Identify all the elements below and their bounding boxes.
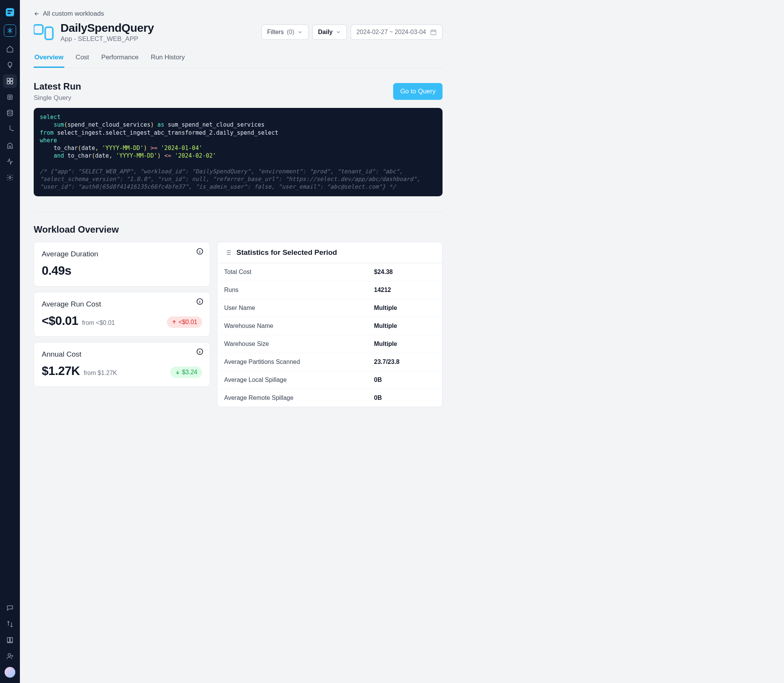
book-icon[interactable] [3,633,17,647]
tabs: Overview Cost Performance Run History [34,50,443,68]
database-icon[interactable] [3,106,17,120]
metric-delta-up: <$0.01 [167,316,202,328]
info-icon[interactable] [196,298,204,305]
sql-token: 'YYYY-MM-DD' [116,152,157,159]
info-icon[interactable] [196,348,204,355]
stats-value: Multiple [374,341,435,347]
svg-rect-4 [10,78,13,81]
pie-chart-icon[interactable] [3,122,17,136]
building-icon[interactable] [3,139,17,152]
latest-run-title: Latest Run [34,81,81,92]
stats-label: Warehouse Size [224,341,269,347]
tab-performance[interactable]: Performance [101,50,139,68]
stats-row: Warehouse NameMultiple [217,317,442,335]
sql-token: select [40,114,60,121]
svg-rect-0 [6,8,14,16]
sql-token: '2024-02-02' [175,152,216,159]
svg-rect-14 [431,30,436,35]
svg-rect-6 [10,82,13,84]
date-range-picker[interactable]: 2024-02-27 ~ 2024-03-04 [351,24,443,40]
svg-rect-13 [45,27,53,39]
app-logo [3,5,17,19]
tab-cost[interactable]: Cost [75,50,90,68]
svg-rect-3 [7,78,10,81]
lightbulb-icon[interactable] [3,58,17,72]
go-to-query-button[interactable]: Go to Query [393,83,443,100]
svg-rect-2 [8,13,11,14]
sql-token: sum [54,121,64,128]
transfer-icon[interactable] [3,617,17,631]
stats-value: $24.38 [374,269,435,275]
latest-run-section: Latest Run Single Query Go to Query sele… [34,81,443,196]
stats-header: Statistics for Selected Period [217,242,442,263]
arrow-down-icon [175,370,180,375]
page-header: DailySpendQuery App - SELECT_WEB_APP Fil… [34,21,443,43]
stats-value: 14212 [374,287,435,293]
sql-token: and [54,152,64,159]
sql-token: '2024-01-04' [161,145,202,152]
metric-value: 0.49s [42,264,71,278]
stats-row: Runs14212 [217,281,442,299]
gear-icon[interactable] [3,171,17,184]
tab-run-history[interactable]: Run History [150,50,186,68]
sql-token: date [95,152,109,159]
chat-icon[interactable] [3,601,17,615]
snowflake-icon[interactable] [4,24,16,37]
svg-rect-12 [34,25,43,34]
avatar[interactable] [5,667,15,678]
arrow-up-icon [172,319,177,325]
metric-from: from $1.27K [84,370,117,377]
page-subtitle: App - SELECT_WEB_APP [60,35,154,43]
stats-label: Total Cost [224,269,252,275]
activity-icon[interactable] [3,155,17,168]
stats-label: Average Local Spillage [224,377,287,383]
stats-value: 23.7/23.8 [374,359,435,365]
stats-row: User NameMultiple [217,299,442,317]
filters-label: Filters [267,29,284,36]
calendar-icon [430,29,437,36]
dashboard-icon[interactable] [3,74,17,88]
chip-icon[interactable] [3,90,17,104]
period-button[interactable]: Daily [312,24,347,40]
stats-row: Average Local Spillage0B [217,371,442,389]
sql-token: where [40,137,57,144]
stats-label: Warehouse Name [224,323,273,329]
stats-row: Warehouse SizeMultiple [217,335,442,353]
sql-code-block: select sum(spend_net_cloud_services) as … [34,108,443,196]
stats-row: Average Remote Spillage0B [217,389,442,407]
stats-value: Multiple [374,323,435,329]
stats-row: Average Partitions Scanned23.7/23.8 [217,353,442,371]
arrow-left-icon [34,11,40,17]
back-link[interactable]: All custom workloads [34,10,104,18]
stats-label: Average Partitions Scanned [224,359,300,365]
tab-overview[interactable]: Overview [34,50,64,68]
add-user-icon[interactable] [3,649,17,663]
stats-label: User Name [224,305,255,311]
workload-icon [34,24,54,40]
metric-label: Average Duration [42,250,202,258]
chevron-down-icon [297,29,303,35]
sql-token: spend_net_cloud_services [67,121,150,128]
stats-value: 0B [374,394,435,401]
sql-token: select_ingest.select_ingest_abc_transfor… [57,129,278,136]
metric-label: Annual Cost [42,350,202,359]
sql-token: sum_spend_net_cloud_services [168,121,265,128]
home-icon[interactable] [3,42,17,56]
page-title: DailySpendQuery [60,21,154,34]
stats-label: Runs [224,287,238,293]
metric-value: <$0.01 [42,314,78,328]
filters-button[interactable]: Filters (0) [261,24,309,40]
metric-card-annual-cost: Annual Cost $1.27K from $1.27K $3.24 [34,342,210,387]
filters-count: (0) [287,29,294,36]
svg-point-10 [9,177,11,179]
sql-token: as [157,121,164,128]
stats-label: Average Remote Spillage [224,394,294,401]
stats-title: Statistics for Selected Period [237,248,337,257]
sql-token: to_char [67,152,91,159]
latest-run-subtitle: Single Query [34,94,81,102]
stats-panel: Statistics for Selected Period Total Cos… [217,242,443,407]
info-icon[interactable] [196,248,204,255]
metrics-column: Average Duration 0.49s Average Run Cost … [34,242,210,407]
sql-token: <= [164,152,171,159]
svg-rect-5 [7,82,10,84]
